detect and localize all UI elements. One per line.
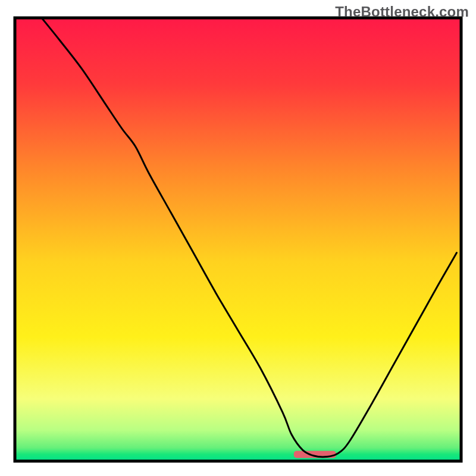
bottleneck-chart (0, 0, 476, 476)
chart-container: TheBottleneck.com (0, 0, 476, 476)
watermark-text: TheBottleneck.com (335, 4, 469, 20)
heat-gradient (15, 18, 461, 461)
